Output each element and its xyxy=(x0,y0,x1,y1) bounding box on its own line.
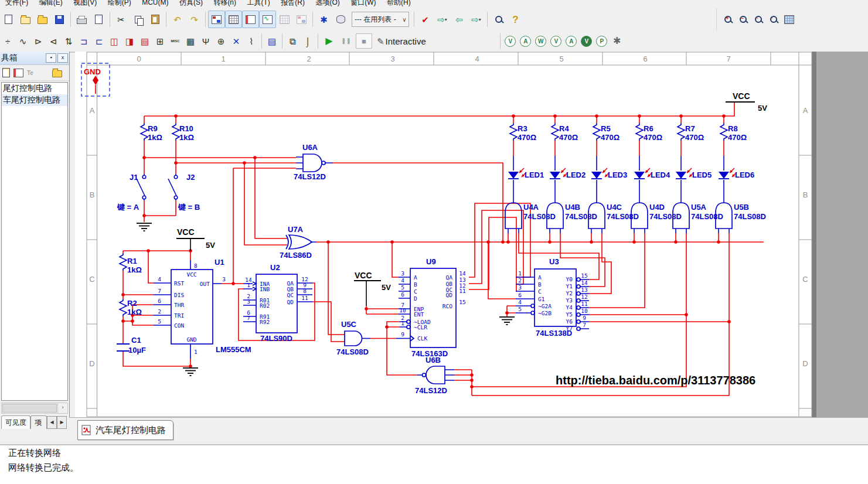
svg-text:G1: G1 xyxy=(538,296,545,302)
export-ultiboard-button[interactable]: ⇨▾ xyxy=(434,11,451,28)
menu-edit[interactable]: 编辑(E) xyxy=(35,0,67,8)
toolbox-minimize-button[interactable]: ▪ xyxy=(46,53,56,63)
database-manager-button[interactable] xyxy=(332,11,349,28)
component-power-button[interactable]: ⊞ xyxy=(152,32,168,50)
full-screen-button[interactable] xyxy=(781,11,796,28)
svg-text:GND: GND xyxy=(186,336,196,343)
menu-mcu[interactable]: MCU(M) xyxy=(138,0,172,6)
digital-probe-button[interactable]: P xyxy=(594,32,610,50)
component-wizard-icon: ✱ xyxy=(320,15,328,24)
tabs-right-arrow[interactable]: ▶ xyxy=(57,416,67,429)
spice-netlist-button[interactable] xyxy=(242,11,259,28)
toolbox-hscrollbar[interactable]: › xyxy=(1,403,68,414)
component-connector-button[interactable]: ⌇ xyxy=(244,32,259,50)
component-transistor-button[interactable]: ⊲ xyxy=(46,32,61,50)
component-basic-button[interactable]: ∿ xyxy=(15,32,30,50)
menu-help[interactable]: 帮助(H) xyxy=(383,0,415,8)
open-button[interactable] xyxy=(17,11,34,28)
menu-file[interactable]: 文件(F) xyxy=(1,0,32,8)
component-misc-digital-button[interactable]: ◫ xyxy=(107,32,122,50)
help-button[interactable]: ? xyxy=(507,11,524,28)
tab-project[interactable]: 项 xyxy=(30,415,47,429)
run-button[interactable]: ▶ xyxy=(321,32,338,50)
bus-button[interactable]: ⌡ xyxy=(300,32,315,50)
component-diode-button[interactable]: ⊳ xyxy=(30,32,46,50)
svg-text:11: 11 xyxy=(459,288,466,294)
component-mixed-button[interactable]: ◨ xyxy=(122,32,137,50)
open-sample-button[interactable] xyxy=(34,11,51,28)
sheet-tab-active[interactable]: 汽车尾灯控制电路 xyxy=(77,420,173,440)
mcu-button[interactable]: ▤ xyxy=(264,32,280,50)
tab-visibility[interactable]: 可见度 xyxy=(1,415,30,429)
svg-text:RCO: RCO xyxy=(442,303,452,309)
new-schematic-icon[interactable] xyxy=(2,68,10,77)
zoom-area-button[interactable]: ▫ xyxy=(751,11,766,28)
create-component-button[interactable]: ✱ xyxy=(315,11,332,28)
menu-view[interactable]: 视图(V) xyxy=(69,0,101,8)
spreadsheet-toggle[interactable] xyxy=(225,11,242,28)
component-analog-button[interactable]: ⇅ xyxy=(61,32,76,50)
probe-settings-button[interactable]: ✱ xyxy=(610,32,625,50)
open-sheet-icon[interactable] xyxy=(13,69,23,77)
menu-transfer[interactable]: 转移(n) xyxy=(209,0,240,8)
component-cmos-button[interactable]: ⊏ xyxy=(91,32,107,50)
pause-button[interactable]: ❚❚ xyxy=(338,32,355,50)
scroll-thumb[interactable] xyxy=(2,404,57,413)
menu-options[interactable]: 选项(O) xyxy=(311,0,343,8)
hierarchy-button[interactable]: ⧉ xyxy=(285,32,300,50)
tree-item-design[interactable]: 尾灯控制电路 xyxy=(2,83,67,94)
save-button[interactable] xyxy=(51,11,68,28)
copy-button[interactable] xyxy=(130,11,147,28)
component-peripherals-button[interactable]: ▦ xyxy=(183,32,198,50)
cut-button[interactable]: ✂ xyxy=(113,11,130,28)
component-indicator-button[interactable]: ▤ xyxy=(137,32,152,50)
grapher-button[interactable] xyxy=(259,11,276,28)
diff-voltage-probe-icon: V xyxy=(550,36,561,47)
svg-text:LED4: LED4 xyxy=(651,171,670,179)
print-preview-button[interactable] xyxy=(90,11,107,28)
forward-annotate-button[interactable]: ⇨▾ xyxy=(468,11,485,28)
zoom-toolbar: + − ▫ · xyxy=(716,8,800,30)
component-electromechanical-button[interactable]: ⊕ xyxy=(213,32,229,50)
voltage-current-probe-button[interactable]: A xyxy=(564,32,579,50)
schematic-canvas[interactable]: 01 23 45 67 AB CD AB CD GND xyxy=(75,52,868,417)
toolbox-close-button[interactable]: x xyxy=(57,53,68,63)
menu-reports[interactable]: 报告(R) xyxy=(277,0,309,8)
zoom-out-button[interactable]: − xyxy=(736,11,751,28)
stop-button[interactable]: ■ xyxy=(356,33,372,49)
tabs-left-arrow[interactable]: ◀ xyxy=(47,416,57,429)
svg-text:5V: 5V xyxy=(382,283,391,292)
folder-clock-icon[interactable] xyxy=(52,70,62,77)
scroll-right-button[interactable]: › xyxy=(57,403,67,413)
paste-button[interactable] xyxy=(147,11,164,28)
voltage-probe-button[interactable]: V xyxy=(503,32,518,50)
menu-tools[interactable]: 工具(T) xyxy=(243,0,274,8)
component-source-button[interactable]: ÷ xyxy=(0,32,15,50)
component-rf-button[interactable]: Ψ xyxy=(198,32,213,50)
component-ni-button[interactable]: ✕ xyxy=(229,32,244,50)
diff-voltage-probe-button[interactable]: V xyxy=(549,32,564,50)
current-probe-button[interactable]: A xyxy=(518,32,533,50)
tree-item-sheet[interactable]: 车尾灯控制电路 xyxy=(2,94,67,106)
redo-button[interactable]: ↷ xyxy=(186,11,203,28)
menu-simulate[interactable]: 仿真(S) xyxy=(175,0,207,8)
power-probe-button[interactable]: W xyxy=(533,32,549,50)
ni-icon: ✕ xyxy=(233,37,240,46)
undo-button[interactable]: ↶ xyxy=(169,11,186,28)
menu-window[interactable]: 窗口(W) xyxy=(346,0,380,8)
zoom-in-button[interactable]: + xyxy=(720,11,736,28)
new-button[interactable] xyxy=(0,11,17,28)
voltage-ref-probe-button[interactable]: V xyxy=(579,32,594,50)
design-toolbox-toggle[interactable] xyxy=(208,11,225,28)
menu-place[interactable]: 绘制(P) xyxy=(104,0,135,8)
component-ttl-button[interactable]: ⊐ xyxy=(76,32,91,50)
erc-check-button[interactable]: ✔ xyxy=(417,11,434,28)
svg-text:~CLR: ~CLR xyxy=(414,324,427,330)
print-button[interactable] xyxy=(73,11,90,28)
component-misc-button[interactable]: MISC xyxy=(168,32,183,50)
in-use-list-dropdown[interactable]: --- 在用列表 - ∨ xyxy=(352,12,409,27)
svg-text:U4C: U4C xyxy=(607,203,622,212)
zoom-fit-button[interactable]: · xyxy=(766,11,781,28)
find-button[interactable] xyxy=(490,11,507,28)
back-annotate-button[interactable]: ⇦ xyxy=(451,11,468,28)
